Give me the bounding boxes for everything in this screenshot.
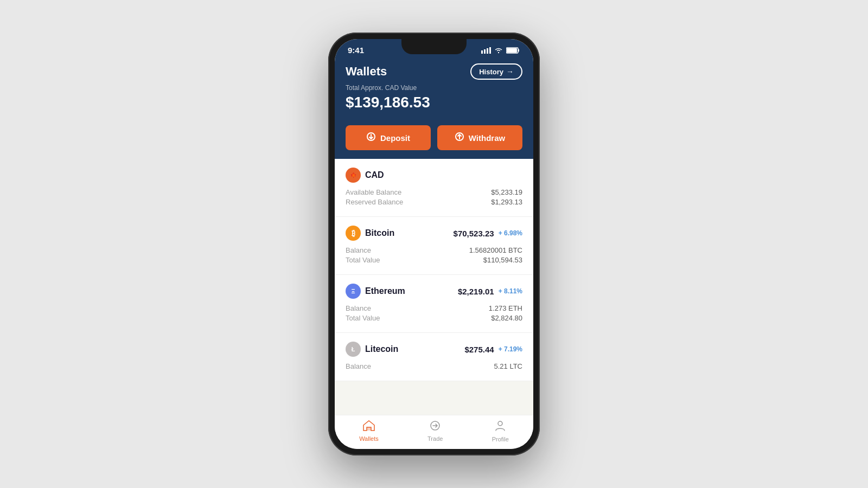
btc-price: $70,523.23: [454, 229, 494, 238]
cad-available-row: Available Balance $5,233.19: [346, 188, 522, 196]
eth-price: $2,219.01: [458, 287, 494, 296]
eth-balance-label: Balance: [346, 304, 371, 312]
eth-total-row: Total Value $2,824.80: [346, 314, 522, 322]
cad-reserved-row: Reserved Balance $1,293.13: [346, 198, 522, 206]
ltc-icon: Ł: [346, 342, 361, 357]
svg-rect-2: [487, 48, 488, 54]
wallet-card-btc[interactable]: ₿ Bitcoin $70,523.23 + 6.98% Balance 1.5…: [335, 217, 533, 275]
btc-total-label: Total Value: [346, 256, 380, 264]
svg-text:🍁: 🍁: [350, 172, 357, 178]
svg-rect-0: [481, 50, 483, 54]
ltc-header: Ł Litecoin $275.44 + 7.19%: [346, 342, 522, 357]
deposit-icon: [366, 132, 376, 144]
page-title: Wallets: [346, 65, 387, 79]
cad-name: CAD: [365, 170, 384, 180]
eth-balance-row: Balance 1.273 ETH: [346, 304, 522, 312]
svg-point-14: [498, 421, 502, 426]
cad-available-label: Available Balance: [346, 188, 401, 196]
eth-change: + 8.11%: [499, 287, 522, 295]
btc-name-row: ₿ Bitcoin: [346, 226, 394, 241]
ltc-price-row: $275.44 + 7.19%: [464, 345, 522, 354]
btc-header: ₿ Bitcoin $70,523.23 + 6.98%: [346, 226, 522, 241]
withdraw-icon: [455, 132, 464, 144]
btc-balance-value: 1.56820001 BTC: [469, 246, 522, 254]
deposit-label: Deposit: [380, 133, 410, 143]
eth-total-value: $2,824.80: [491, 314, 522, 322]
status-icons: [481, 47, 520, 54]
btc-balance-label: Balance: [346, 246, 371, 254]
btc-total-value: $110,594.53: [483, 256, 522, 264]
eth-header: Ξ Ethereum $2,219.01 + 8.11%: [346, 284, 522, 299]
cad-name-row: 🍁 CAD: [346, 168, 384, 183]
cad-reserved-value: $1,293.13: [491, 198, 522, 206]
withdraw-svg-icon: [455, 132, 464, 142]
eth-price-row: $2,219.01 + 8.11%: [458, 287, 522, 296]
svg-rect-8: [348, 171, 350, 179]
action-buttons-bar: Deposit Withdraw: [335, 121, 533, 159]
svg-rect-12: [367, 427, 371, 431]
history-arrow-icon: →: [506, 67, 514, 76]
nav-item-profile[interactable]: Profile: [492, 420, 509, 442]
ltc-change: + 7.19%: [499, 345, 522, 353]
cad-reserved-label: Reserved Balance: [346, 198, 403, 206]
deposit-button[interactable]: Deposit: [346, 125, 431, 150]
ltc-price: $275.44: [464, 345, 494, 354]
trade-icon: [429, 420, 441, 431]
wallet-card-ltc[interactable]: Ł Litecoin $275.44 + 7.19% Balance 5.21 …: [335, 333, 533, 381]
trade-nav-label: Trade: [427, 435, 443, 442]
ltc-name-row: Ł Litecoin: [346, 342, 398, 357]
svg-rect-10: [356, 171, 359, 179]
total-value: $139,186.53: [346, 94, 522, 111]
btc-icon: ₿: [346, 226, 361, 241]
nav-item-trade[interactable]: Trade: [427, 420, 443, 442]
eth-total-label: Total Value: [346, 314, 380, 322]
history-button[interactable]: History →: [470, 63, 522, 80]
svg-rect-1: [484, 49, 486, 54]
eth-name: Ethereum: [365, 286, 405, 296]
deposit-svg-icon: [366, 132, 376, 142]
svg-rect-5: [507, 48, 517, 53]
header-top: Wallets History →: [346, 63, 522, 80]
eth-name-row: Ξ Ethereum: [346, 284, 405, 299]
history-label: History: [479, 68, 503, 76]
ltc-balance-row: Balance 5.21 LTC: [346, 362, 522, 370]
eth-balance-value: 1.273 ETH: [489, 304, 522, 312]
wallet-list: 🍁 CAD Available Balance $5,233.19 Reserv…: [335, 159, 533, 415]
bottom-nav: Wallets Trade Profile: [335, 415, 533, 449]
ltc-balance-value: 5.21 LTC: [494, 362, 522, 370]
cad-flag-icon: 🍁: [348, 171, 359, 179]
wifi-icon: [494, 47, 503, 54]
wallet-card-eth[interactable]: Ξ Ethereum $2,219.01 + 8.11% Balance 1.2…: [335, 275, 533, 333]
total-label: Total Approx. CAD Value: [346, 84, 522, 92]
wallets-header: Wallets History → Total Approx. CAD Valu…: [335, 58, 533, 121]
btc-name: Bitcoin: [365, 228, 394, 238]
phone-notch: [401, 39, 467, 54]
signal-icon: [481, 47, 491, 54]
phone-frame: 9:41: [328, 33, 540, 455]
ltc-balance-label: Balance: [346, 362, 371, 370]
withdraw-label: Withdraw: [469, 133, 505, 143]
cad-header: 🍁 CAD: [346, 168, 522, 183]
nav-item-wallets[interactable]: Wallets: [359, 420, 379, 442]
btc-total-row: Total Value $110,594.53: [346, 256, 522, 264]
cad-icon: 🍁: [346, 168, 361, 183]
btc-balance-row: Balance 1.56820001 BTC: [346, 246, 522, 254]
home-icon: [363, 420, 375, 431]
svg-rect-3: [489, 47, 491, 54]
btc-change: + 6.98%: [499, 229, 522, 237]
cad-available-value: $5,233.19: [491, 188, 522, 196]
battery-icon: [506, 47, 520, 54]
wallets-nav-icon: [363, 420, 375, 434]
eth-icon: Ξ: [346, 284, 361, 299]
withdraw-button[interactable]: Withdraw: [437, 125, 522, 150]
wallets-nav-label: Wallets: [359, 435, 379, 442]
profile-nav-label: Profile: [492, 436, 509, 442]
phone-screen: 9:41: [335, 39, 533, 449]
wallet-card-cad[interactable]: 🍁 CAD Available Balance $5,233.19 Reserv…: [335, 159, 533, 217]
ltc-name: Litecoin: [365, 344, 398, 354]
btc-price-row: $70,523.23 + 6.98%: [454, 229, 522, 238]
profile-icon: [494, 420, 506, 432]
trade-nav-icon: [429, 420, 441, 434]
status-time: 9:41: [348, 46, 364, 55]
profile-nav-icon: [494, 420, 506, 434]
